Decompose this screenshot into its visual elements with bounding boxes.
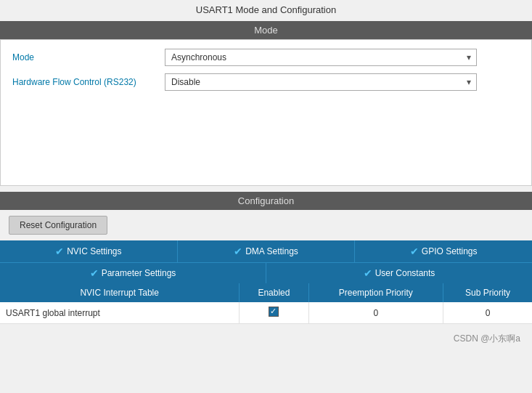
user-constants-tab-label: User Constants	[375, 268, 435, 278]
mode-section-body: Mode Asynchronous Synchronous Single Wir…	[0, 39, 532, 186]
tab-dma-settings[interactable]: ✔ DMA Settings	[178, 240, 356, 262]
nvic-tab-check-icon: ✔	[55, 246, 64, 257]
col-header-preemption: Preemption Priority	[308, 283, 443, 302]
mode-select-wrapper: Asynchronous Synchronous Single Wire (Ha…	[165, 49, 477, 66]
hwflow-form-row: Hardware Flow Control (RS232) Disable CT…	[12, 73, 520, 91]
mode-select[interactable]: Asynchronous Synchronous Single Wire (Ha…	[165, 49, 477, 66]
mode-label: Mode	[12, 52, 165, 62]
nvic-interrupt-table: NVIC Interrupt Table Enabled Preemption …	[0, 283, 532, 324]
tabs-row-2: ✔ Parameter Settings ✔ User Constants	[0, 262, 532, 283]
watermark: CSDN @小东啊a	[0, 324, 532, 351]
sub-priority-value: 0	[443, 302, 532, 324]
page-container: USART1 Mode and Configuration Mode Mode …	[0, 0, 532, 351]
col-header-sub-priority: Sub Priority	[443, 283, 532, 302]
mode-section-header: Mode	[0, 21, 532, 39]
tab-gpio-settings[interactable]: ✔ GPIO Settings	[355, 240, 532, 262]
col-header-nvic: NVIC Interrupt Table	[0, 283, 240, 302]
user-constants-tab-check-icon: ✔	[364, 267, 372, 279]
col-header-enabled: Enabled	[240, 283, 308, 302]
interrupt-enabled	[240, 302, 308, 324]
tab-nvic-settings[interactable]: ✔ NVIC Settings	[0, 240, 178, 262]
gpio-tab-check-icon: ✔	[410, 246, 419, 257]
reset-configuration-button[interactable]: Reset Configuration	[9, 216, 107, 235]
preemption-priority-value: 0	[308, 302, 443, 324]
hwflow-label: Hardware Flow Control (RS232)	[12, 77, 165, 87]
hwflow-select-wrapper: Disable CTS Only RTS Only CTS/RTS	[165, 73, 477, 91]
configuration-section: Configuration Reset Configuration ✔ NVIC…	[0, 192, 532, 324]
nvic-table-container: NVIC Interrupt Table Enabled Preemption …	[0, 283, 532, 324]
table-row: USART1 global interrupt 0 0	[0, 302, 532, 324]
nvic-tab-label: NVIC Settings	[67, 246, 121, 256]
gpio-tab-label: GPIO Settings	[422, 246, 478, 256]
dma-tab-label: DMA Settings	[245, 246, 298, 256]
reset-btn-area: Reset Configuration	[0, 210, 532, 240]
dma-tab-check-icon: ✔	[234, 246, 242, 257]
enabled-checkbox-icon[interactable]	[269, 307, 279, 317]
tabs-row-1: ✔ NVIC Settings ✔ DMA Settings ✔ GPIO Se…	[0, 240, 532, 262]
mode-spacer	[12, 98, 520, 156]
param-tab-label: Parameter Settings	[102, 268, 176, 278]
param-tab-check-icon: ✔	[90, 267, 99, 279]
tab-parameter-settings[interactable]: ✔ Parameter Settings	[0, 263, 266, 283]
hwflow-select[interactable]: Disable CTS Only RTS Only CTS/RTS	[165, 73, 477, 91]
page-title: USART1 Mode and Configuration	[0, 0, 532, 21]
config-section-header: Configuration	[0, 192, 532, 210]
mode-form-row: Mode Asynchronous Synchronous Single Wir…	[12, 49, 520, 66]
tab-user-constants[interactable]: ✔ User Constants	[266, 263, 532, 283]
interrupt-name: USART1 global interrupt	[0, 302, 240, 324]
